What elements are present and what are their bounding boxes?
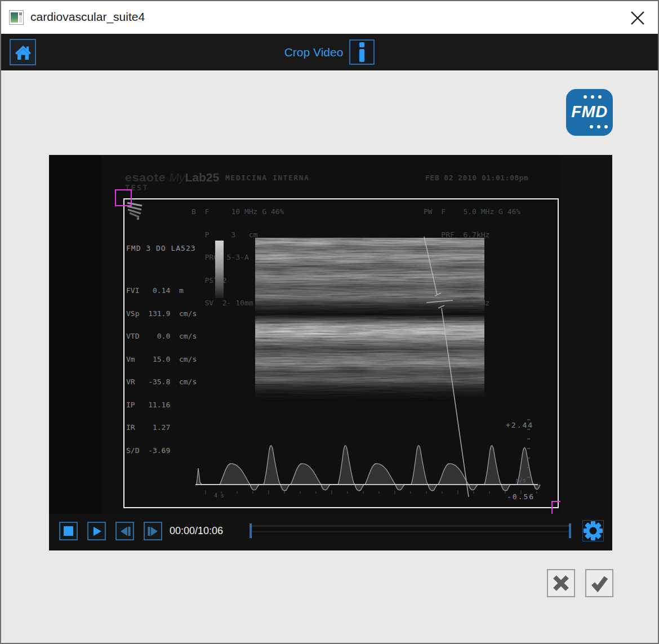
seek-end-marker: [569, 523, 571, 538]
seek-position-marker[interactable]: [250, 523, 252, 538]
stop-icon: [64, 526, 73, 536]
step-backward-icon: [119, 526, 131, 537]
crop-video-label: Crop Video: [284, 46, 344, 59]
fmd-logo-text: FMD: [566, 103, 613, 121]
crop-video-group: Crop Video: [1, 34, 658, 70]
stop-button[interactable]: [59, 522, 78, 540]
info-icon: [359, 42, 364, 47]
confirm-button[interactable]: [585, 569, 613, 597]
cancel-icon: [552, 574, 570, 592]
fmd-logo-dots-bottom: [590, 125, 608, 128]
seek-bar[interactable]: [251, 525, 570, 536]
close-button[interactable]: [624, 6, 651, 30]
settings-button[interactable]: [583, 521, 603, 541]
ultrasound-brand: esaote MyLab25: [125, 171, 219, 184]
title-bar: cardiovascular_suite4: [1, 1, 658, 34]
step-backward-button[interactable]: [115, 522, 134, 540]
play-button[interactable]: [87, 522, 106, 540]
step-forward-icon: [147, 526, 159, 537]
app-window: cardiovascular_suite4 Crop Video FMD: [0, 0, 659, 644]
crop-handle-bottom-right[interactable]: [551, 501, 560, 514]
toolbar: Crop Video: [1, 34, 658, 70]
time-display: 00:00/10:06: [170, 522, 223, 540]
app-icon: [9, 10, 24, 25]
player-left-strip: [49, 155, 101, 514]
fmd-logo: FMD: [566, 89, 613, 136]
video-frame: esaote MyLab25 MEDICINA INTERNA FEB 02 2…: [101, 155, 560, 514]
close-icon: [629, 10, 646, 26]
crop-rectangle[interactable]: [123, 198, 559, 508]
fmd-logo-dots-top: [584, 95, 602, 99]
gear-icon: [583, 521, 603, 541]
video-player: esaote MyLab25 MEDICINA INTERNA FEB 02 2…: [49, 155, 612, 550]
step-forward-button[interactable]: [144, 522, 162, 540]
window-title: cardiovascular_suite4: [30, 10, 145, 24]
play-icon: [91, 526, 103, 537]
ultrasound-timestamp: FEB 02 2010 01:01:08pm: [425, 174, 528, 182]
ultrasound-department: MEDICINA INTERNA: [225, 174, 309, 182]
cancel-button[interactable]: [547, 569, 575, 597]
crop-handle-top-left[interactable]: [115, 189, 132, 206]
confirm-icon: [590, 574, 608, 592]
info-button[interactable]: [349, 39, 375, 65]
